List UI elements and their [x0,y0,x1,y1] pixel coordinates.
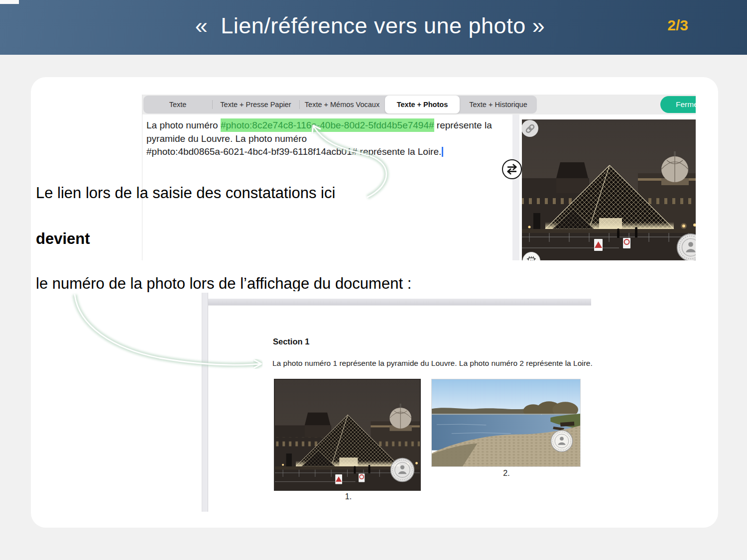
tab-texte-historique[interactable]: Texte + Historique [460,96,537,113]
panel-divider [512,114,519,260]
loire-photo [432,379,580,466]
decorative-corner-notch [0,0,19,4]
svg-text:AI: AI [529,259,533,260]
caption-line-2: devient [36,230,90,248]
page-title: « Lien/référence vers une photo » [195,13,545,39]
section-heading: Section 1 [273,337,309,346]
document-left-strip [202,293,208,512]
caption-line-3: le numéro de la photo lors de l’affichag… [36,275,411,293]
photo-link-plain: #photo:4bd0865a-6021-4bc4-bf39-6118f14ac… [146,146,357,157]
watermark-seal [390,457,415,482]
document-page: Section 1 La photo numéro 1 représente l… [208,305,591,512]
swap-arrows-icon[interactable] [502,159,522,179]
document-body-text: La photo numéro 1 représente la pyramide… [272,359,593,368]
document-photo-1 [274,379,421,491]
note-text: La photo numéro #photo:8c2e74c8-116e-40b… [146,119,513,159]
chain-link-icon[interactable] [521,120,538,137]
header-bar: « Lien/référence vers une photo » 2/3 [0,0,747,55]
photo-panel [519,114,696,260]
tab-texte[interactable]: Texte [143,96,212,113]
page-indicator: 2/3 [667,17,688,34]
segmented-control: Texte Texte + Presse Papier Texte + Mémo… [143,96,537,113]
slide: « Lien/référence vers une photo » 2/3 Te… [0,0,747,560]
tab-texte-presse-papier[interactable]: Texte + Presse Papier [212,96,299,113]
document-photo-2 [431,379,581,467]
document-top-band [208,299,591,305]
photo-link-highlighted: #photo:8c2e74c8-116e-40be-80d2-5fdd4b5e7… [221,118,434,132]
photo-2-label: 2. [431,469,582,478]
note-text-part3: représente la Loire. [357,146,441,157]
caption-line-1: Le lien lors de la saisie des constatati… [36,184,335,202]
photo-1-label: 1. [274,492,423,501]
louvre-photo[interactable] [522,119,696,260]
watermark-seal [676,233,696,260]
app-screenshot: Texte Texte + Presse Papier Texte + Mémo… [142,95,696,260]
tab-texte-memos-vocaux[interactable]: Texte + Mémos Vocaux [299,96,385,113]
tab-bar: Texte Texte + Presse Papier Texte + Mémo… [142,95,696,114]
fermer-button[interactable]: Fermer [660,96,696,113]
note-text-part1: La photo numéro [146,120,221,130]
document-screenshot: Section 1 La photo numéro 1 représente l… [198,291,591,512]
tab-texte-photos[interactable]: Texte + Photos [385,96,460,113]
watermark-seal [550,430,573,452]
text-cursor [442,147,443,157]
